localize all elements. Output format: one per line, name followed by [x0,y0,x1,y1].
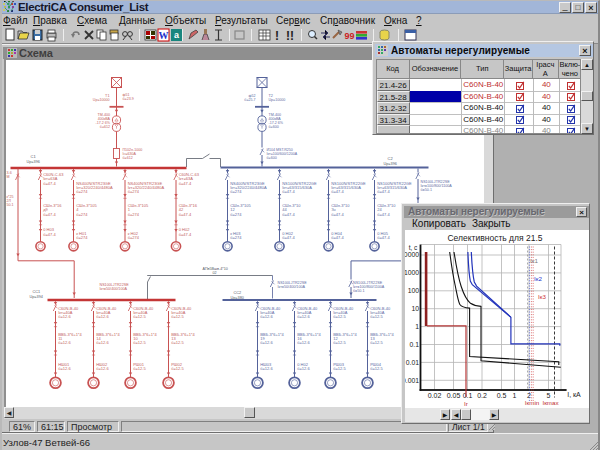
svg-text:0.5: 0.5 [497,392,507,399]
svg-text:Uр=10000: Uр=10000 [269,98,286,102]
svg-text:50.1: 50.1 [7,203,14,207]
svg-text:0.1: 0.1 [410,341,420,348]
svg-text:б=12.6: б=12.6 [297,366,310,371]
svg-text:б=274: б=274 [76,235,88,240]
svg-text:ф52: ф52 [249,94,256,98]
svg-text:С1: С1 [31,154,37,159]
svg-text:б=12.5: б=12.5 [333,366,346,371]
svg-text:б=47.4: б=47.4 [377,212,390,217]
svg-text:б=12.5: б=12.5 [133,314,146,319]
svg-text:02: 02 [213,271,217,275]
svg-text:10000: 10000 [405,251,419,258]
svg-text:б=274: б=274 [76,189,88,194]
svg-text:99: 99 [344,31,354,41]
svg-text:б=600: б=600 [267,156,277,160]
svg-text:б=47.4: б=47.4 [331,189,344,194]
svg-text:б=12.6: б=12.6 [96,340,109,345]
svg-text:М: М [7,175,10,179]
svg-text:0.2: 0.2 [477,392,487,399]
svg-text:б=274: б=274 [230,235,242,240]
svg-text:Uр=380: Uр=380 [231,296,244,300]
svg-text:б=12.6: б=12.6 [260,366,273,371]
svg-text:б=12.5: б=12.5 [370,366,383,371]
svg-text:I, кА: I, кА [567,391,581,398]
svg-text:Iкт=50/400/100А: Iкт=50/400/100А [278,285,306,289]
svg-text:0.05: 0.05 [447,392,461,399]
svg-text:Iкmax: Iкmax [542,399,559,406]
svg-text:Iкт=50/400/100А: Iкт=50/400/100А [100,287,128,291]
svg-text:б=12.5: б=12.5 [133,340,146,345]
svg-text:СШя-3*105: СШя-3*105 [76,203,97,208]
svg-text:С2: С2 [388,156,394,161]
svg-text:0.02: 0.02 [428,392,442,399]
svg-text:б=50.1: б=50.1 [421,188,432,192]
svg-text:б=612: б=612 [123,156,133,160]
svg-text:б=47.4: б=47.4 [282,189,295,194]
svg-text:б=12.6: б=12.6 [96,366,109,371]
svg-text:Uр=394: Uр=394 [30,295,43,299]
svg-text:100: 100 [408,287,420,294]
svg-text:б=274: б=274 [128,235,140,240]
svg-text:б=47.4: б=47.4 [377,235,390,240]
svg-text:б=12.5: б=12.5 [370,340,383,345]
svg-text:б=12.6: б=12.6 [96,314,109,319]
svg-text:0.001: 0.001 [405,377,419,384]
svg-text:б=47.4: б=47.4 [43,232,56,237]
svg-text:Т2: Т2 [269,94,273,98]
svg-text:Т1: Т1 [105,94,109,98]
svg-text:б=12.6: б=12.6 [58,340,71,345]
svg-text:б=23.9: б=23.9 [123,97,134,101]
svg-text:ф51: ф51 [123,93,130,97]
svg-text:б=612: б=612 [100,125,110,129]
svg-text:б=47.4: б=47.4 [43,181,56,186]
svg-text:б=47.4: б=47.4 [179,212,192,217]
svg-text:Iк1: Iк1 [530,257,538,264]
svg-text:!!: !! [286,29,294,42]
svg-text:б=12.6: б=12.6 [58,314,71,319]
svg-text:б=12.5: б=12.5 [370,314,383,319]
svg-text:б=25.7: б=25.7 [244,98,255,102]
svg-text:0.01: 0.01 [406,359,419,366]
svg-text:t, с: t, с [409,244,418,251]
svg-text:б=50.1: б=50.1 [353,289,364,293]
svg-text:Uр=10000: Uр=10000 [93,98,110,102]
svg-text:б=12.6: б=12.6 [58,366,71,371]
svg-text:б=12.6: б=12.6 [260,340,273,345]
svg-text:б=47.4: б=47.4 [43,212,56,217]
svg-text:б=274: б=274 [128,212,140,217]
svg-text:Селективность для 21.5: Селективность для 21.5 [447,233,542,243]
svg-text:б=47.4: б=47.4 [377,189,390,194]
svg-text:б=47.4: б=47.4 [331,235,344,240]
svg-text:б=12.5: б=12.5 [133,366,146,371]
svg-text:б=274: б=274 [76,212,88,217]
svg-text:СШя-3*105: СШя-3*105 [128,203,149,208]
svg-text:Iк2: Iк2 [534,275,542,282]
svg-text:СС2: СС2 [234,291,242,295]
svg-text:Iк3: Iк3 [538,293,546,300]
svg-text:Iкmin: Iкmin [525,399,540,406]
svg-text:Uр=396: Uр=396 [27,160,40,164]
svg-text:б=12.5: б=12.5 [333,314,346,319]
svg-text:б=47.4: б=47.4 [282,212,295,217]
svg-text:б=274: б=274 [230,212,242,217]
svg-text:б=47.4: б=47.4 [331,212,344,217]
svg-text:1: 1 [415,323,419,330]
svg-text:б=12.5: б=12.5 [171,340,184,345]
svg-text:б=12.5: б=12.5 [333,340,346,345]
svg-text:б=12.5: б=12.5 [171,366,184,371]
svg-text:б=12.6: б=12.6 [297,340,310,345]
svg-text:1000: 1000 [405,269,419,276]
svg-text:W: W [159,30,169,41]
svg-text:б=600: б=600 [269,125,279,129]
svg-text:б=274: б=274 [230,189,242,194]
svg-text:б=12.6: б=12.6 [297,314,310,319]
svg-text:б=47.4: б=47.4 [179,232,192,237]
svg-text:СС1: СС1 [33,290,41,294]
svg-text:Uр=396: Uр=396 [384,162,397,166]
svg-text:б=12.6: б=12.6 [260,314,273,319]
svg-text:1: 1 [513,392,517,399]
svg-text:б=47.4: б=47.4 [179,181,192,186]
svg-text:б=274: б=274 [128,189,140,194]
svg-text:б=47.4: б=47.4 [282,235,295,240]
svg-text:Ir: Ir [464,400,468,407]
